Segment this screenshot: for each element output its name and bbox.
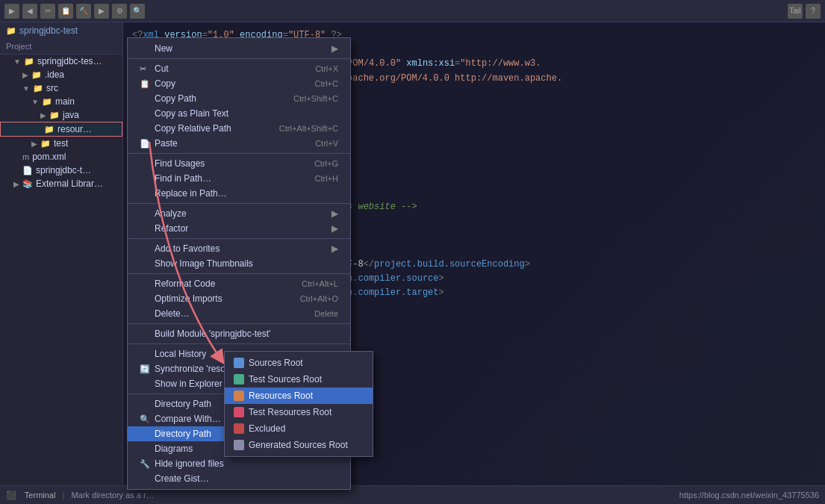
menu-separator: [128, 203, 350, 204]
submenu-item-label: Excluded: [249, 423, 285, 434]
menu-item-label: Optimize Imports: [155, 293, 222, 304]
menu-item-copypath[interactable]: Copy Path Ctrl+Shift+C: [128, 91, 350, 106]
menu-item-label: Delete…: [155, 308, 190, 319]
menu-item-copyrelative[interactable]: Copy Relative Path Ctrl+Alt+Shift+C: [128, 121, 350, 136]
expand-arrow: ▼: [31, 98, 39, 106]
panel-title: Project: [0, 39, 122, 55]
tail-label: Tail: [789, 7, 800, 15]
cut-icon: ✂: [140, 64, 152, 74]
menu-item-thumbnails[interactable]: Show Image Thumbnails: [128, 256, 350, 271]
tree-item-test[interactable]: ▶ 📁 test: [0, 137, 122, 150]
compare-icon: 🔍: [140, 414, 152, 424]
folder-icon: 📁: [24, 57, 34, 66]
tree-item-springjdbc[interactable]: ▼ 📁 springjdbc-tes…: [0, 55, 122, 68]
menu-separator: [128, 323, 350, 324]
status-left: ⬛ Terminal | Mark directory as a r…: [6, 491, 155, 500]
main-layout: 📁 springjdbc-test Project ▼ 📁 springjdbc…: [0, 22, 825, 485]
menu-item-hideignored[interactable]: 🔧Hide ignored files: [128, 456, 350, 471]
menu-item-analyze[interactable]: Analyze ▶: [128, 206, 350, 221]
menu-item-label: Add to Favorites: [155, 243, 220, 254]
tree-item-resources[interactable]: 📁 resour…: [0, 122, 122, 137]
submenu-item-testsources[interactable]: Test Sources Root: [225, 371, 373, 388]
toolbar-icon-4: 📋: [58, 4, 73, 19]
menu-item-label: Replace in Path…: [155, 188, 227, 199]
menu-item-creategist[interactable]: Create Gist…: [128, 471, 350, 486]
shortcut: Ctrl+H: [315, 174, 338, 183]
submenu-mark-directory: Sources Root Test Sources Root Resources…: [224, 351, 373, 457]
toolbar-icon-tail: Tail: [788, 4, 803, 19]
menu-item-label: Analyze: [155, 208, 187, 219]
menu-item-new[interactable]: New ▶: [128, 41, 350, 56]
menu-item-label: Compare With…: [155, 414, 221, 424]
submenu-item-resources[interactable]: Resources Root: [225, 388, 373, 404]
paste-icon: 📄: [140, 139, 152, 149]
menu-item-refactor[interactable]: Refactor ▶: [128, 221, 350, 236]
menu-item-delete[interactable]: Delete… Delete: [128, 306, 350, 321]
menu-item-findusages[interactable]: Find Usages Ctrl+G: [128, 156, 350, 171]
menu-item-copyplain[interactable]: Copy as Plain Text: [128, 106, 350, 121]
submenu-arrow: ▶: [331, 43, 338, 54]
terminal-label[interactable]: Terminal: [25, 491, 56, 500]
tree-item-label: main: [55, 96, 75, 107]
tree-item-label: java: [63, 110, 79, 120]
tree-item-idea[interactable]: ▶ 📁 .idea: [0, 68, 122, 81]
tree-item-label: springjdbc-t…: [36, 165, 91, 175]
menu-item-label: Show in Explorer: [155, 379, 222, 389]
menu-item-copy[interactable]: 📋Copy Ctrl+C: [128, 76, 350, 91]
panel-title-text: Project: [6, 42, 31, 51]
folder-icon: 📁: [42, 97, 52, 107]
menu-item-paste[interactable]: 📄Paste Ctrl+V: [128, 136, 350, 151]
status-right: https://blog.csdn.net/weixin_43775536: [679, 491, 819, 500]
submenu-item-sources[interactable]: Sources Root: [225, 355, 373, 371]
file-icon: 📄: [22, 166, 33, 175]
menu-item-label: Hide ignored files: [155, 458, 224, 469]
menu-item-findinpath[interactable]: Find in Path… Ctrl+H: [128, 171, 350, 186]
menu-item-label: Copy: [155, 78, 175, 89]
menu-item-reformat[interactable]: Reformat Code Ctrl+Alt+L: [128, 276, 350, 291]
hide-icon: 🔧: [140, 459, 152, 469]
submenu-item-label: Generated Sources Root: [249, 440, 348, 450]
tree-item-label: resour…: [57, 124, 92, 134]
menu-separator: [128, 153, 350, 154]
shortcut: Ctrl+G: [314, 159, 338, 168]
submenu-item-excluded[interactable]: Excluded: [225, 420, 373, 437]
menu-separator: [128, 238, 350, 239]
folder-icon: 📁: [33, 84, 43, 93]
tree-item-java[interactable]: ▶ 📁 java: [0, 108, 122, 122]
toolbar-icon-6: ▶: [94, 4, 109, 19]
tree-item-extlib[interactable]: ▶ 📚 External Librar…: [0, 177, 122, 190]
menu-item-addfav[interactable]: Add to Favorites ▶: [128, 241, 350, 256]
menu-item-label: New: [155, 43, 172, 54]
expand-arrow: ▼: [13, 57, 21, 66]
shortcut: Ctrl+X: [315, 64, 338, 73]
status-bar: ⬛ Terminal | Mark directory as a r… http…: [0, 485, 825, 504]
submenu-arrow: ▶: [331, 243, 338, 254]
tree-item-label: test: [54, 138, 68, 149]
menu-item-label: Copy Path: [155, 93, 196, 104]
folder-icon: 📁: [31, 70, 42, 80]
expand-arrow: ▶: [31, 140, 37, 148]
expand-arrow: ▶: [13, 180, 19, 188]
menu-item-optimports[interactable]: Optimize Imports Ctrl+Alt+O: [128, 291, 350, 306]
menu-item-label: Build Module 'springjdbc-test': [155, 329, 270, 339]
tree-item-label: src: [46, 83, 58, 93]
menu-item-label: Copy as Plain Text: [155, 108, 228, 119]
tree-item-main[interactable]: ▼ 📁 main: [0, 95, 122, 108]
toolbar-icon-8: 🔍: [130, 4, 145, 19]
expand-arrow: ▶: [40, 111, 46, 119]
project-title-bar: 📁 springjdbc-test: [0, 22, 122, 39]
menu-item-replacepath[interactable]: Replace in Path…: [128, 186, 350, 201]
tree-item-springjdbc2[interactable]: 📄 springjdbc-t…: [0, 164, 122, 177]
submenu-item-testresources[interactable]: Test Resources Root: [225, 404, 373, 420]
tree-item-label: springjdbc-tes…: [37, 56, 102, 66]
tree-item-src[interactable]: ▼ 📁 src: [0, 81, 122, 95]
menu-separator: [128, 58, 350, 59]
tree-item-pomxml[interactable]: m pom.xml: [0, 150, 122, 164]
menu-item-label: Directory Path: [155, 429, 211, 439]
shortcut: Ctrl+Alt+O: [300, 294, 338, 303]
expand-arrow: ▶: [22, 71, 28, 79]
menu-item-buildmodule[interactable]: Build Module 'springjdbc-test': [128, 326, 350, 341]
toolbar-icon-help: ?: [806, 4, 821, 19]
submenu-item-generated[interactable]: Generated Sources Root: [225, 437, 373, 453]
menu-item-cut[interactable]: ✂Cut Ctrl+X: [128, 61, 350, 76]
